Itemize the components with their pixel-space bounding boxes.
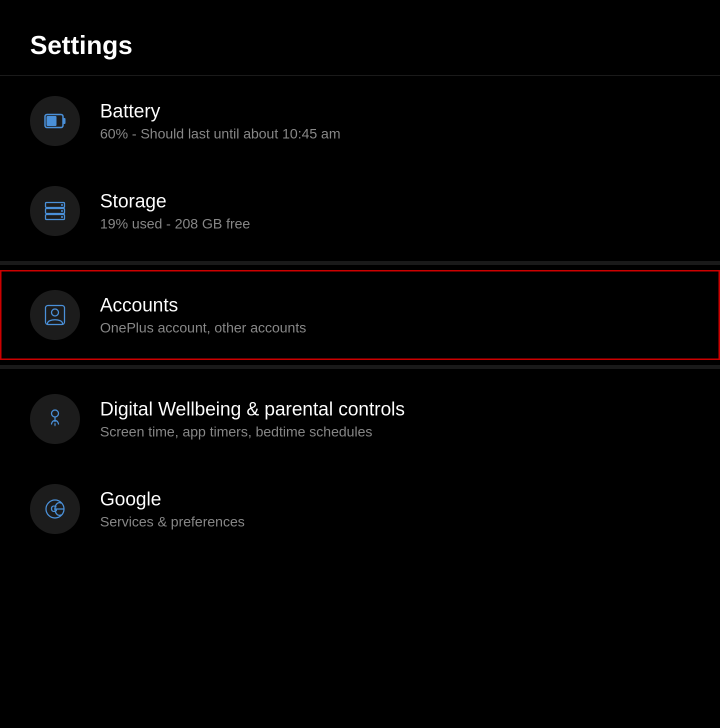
wellbeing-text: Digital Wellbeing & parental controls Sc… (100, 398, 405, 440)
storage-title: Storage (100, 190, 250, 212)
google-icon: G (42, 496, 68, 522)
section-divider-1 (0, 261, 720, 265)
settings-item-accounts[interactable]: Accounts OnePlus account, other accounts (0, 270, 720, 360)
section-divider-2 (0, 365, 720, 369)
svg-point-6 (61, 204, 63, 206)
battery-icon-circle (30, 96, 80, 146)
accounts-title: Accounts (100, 294, 306, 316)
storage-text: Storage 19% used - 208 GB free (100, 190, 250, 232)
settings-item-battery[interactable]: Battery 60% - Should last until about 10… (0, 76, 720, 166)
wellbeing-title: Digital Wellbeing & parental controls (100, 398, 405, 420)
storage-subtitle: 19% used - 208 GB free (100, 216, 250, 232)
svg-point-11 (52, 410, 58, 417)
google-subtitle: Services & preferences (100, 514, 244, 530)
settings-item-storage[interactable]: Storage 19% used - 208 GB free (0, 166, 720, 256)
wellbeing-subtitle: Screen time, app timers, bedtime schedul… (100, 424, 405, 440)
svg-point-8 (61, 216, 63, 218)
accounts-subtitle: OnePlus account, other accounts (100, 320, 306, 336)
storage-icon (42, 198, 68, 224)
svg-text:G: G (50, 504, 58, 514)
battery-text: Battery 60% - Should last until about 10… (100, 100, 340, 142)
svg-rect-2 (46, 116, 56, 126)
battery-title: Battery (100, 100, 340, 122)
google-icon-circle: G (30, 484, 80, 534)
battery-subtitle: 60% - Should last until about 10:45 am (100, 126, 340, 142)
accounts-icon (42, 302, 68, 328)
accounts-icon-circle (30, 290, 80, 340)
google-title: Google (100, 488, 244, 510)
wellbeing-icon-circle (30, 394, 80, 444)
svg-point-7 (61, 210, 63, 212)
settings-item-google[interactable]: G Google Services & preferences (0, 464, 720, 554)
page-title: Settings (0, 0, 720, 75)
settings-item-digital-wellbeing[interactable]: Digital Wellbeing & parental controls Sc… (0, 374, 720, 464)
accounts-text: Accounts OnePlus account, other accounts (100, 294, 306, 336)
google-text: Google Services & preferences (100, 488, 244, 530)
settings-list: Battery 60% - Should last until about 10… (0, 76, 720, 554)
battery-icon (42, 108, 68, 134)
svg-rect-1 (63, 118, 66, 124)
svg-point-10 (52, 309, 58, 316)
wellbeing-icon (42, 406, 68, 432)
storage-icon-circle (30, 186, 80, 236)
